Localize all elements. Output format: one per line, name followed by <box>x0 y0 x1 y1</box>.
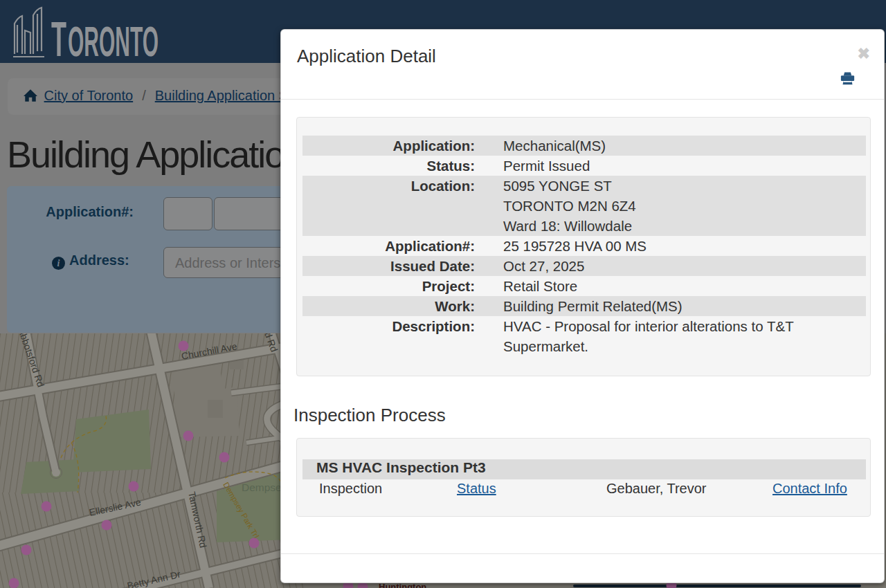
svg-text:ORONTO: ORONTO <box>68 18 159 61</box>
svg-text:T: T <box>51 12 66 61</box>
